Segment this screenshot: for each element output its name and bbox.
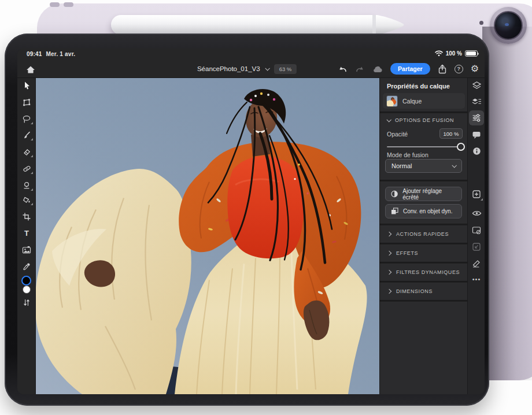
add-layer-icon[interactable] xyxy=(468,187,485,201)
section-dimensions[interactable]: DIMENSIONS xyxy=(380,283,468,300)
settings-gear-icon[interactable]: ⚙ xyxy=(471,64,479,73)
layer-thumbnail xyxy=(386,95,398,107)
chevron-down-icon xyxy=(265,66,269,71)
home-icon xyxy=(26,65,35,74)
visibility-eye-icon[interactable] xyxy=(468,206,485,220)
divider xyxy=(380,112,468,113)
volume-button xyxy=(50,2,60,7)
section-effets[interactable]: EFFETS xyxy=(380,244,468,262)
home-button[interactable] xyxy=(24,64,37,75)
brush-tool[interactable] xyxy=(17,129,36,142)
clone-stamp-tool[interactable] xyxy=(17,179,36,192)
opacity-label: Opacité xyxy=(387,131,408,138)
layers-icon[interactable] xyxy=(468,79,485,92)
divider xyxy=(380,180,468,181)
marketing-scene: 09:41Mer. 1 avr. 100 % xyxy=(0,0,532,415)
undo-icon[interactable] xyxy=(338,65,348,73)
place-photo-tool[interactable] xyxy=(17,243,36,256)
photoshop-app: 09:41Mer. 1 avr. 100 % xyxy=(17,49,485,394)
blend-options-header[interactable]: OPTIONS DE FUSION xyxy=(387,117,454,123)
layer-properties-icon[interactable] xyxy=(468,95,485,109)
wifi-icon xyxy=(435,50,443,57)
clock: 09:41 xyxy=(27,51,42,57)
adjustment-icon xyxy=(391,190,398,198)
eyedropper-tool[interactable] xyxy=(17,260,36,273)
canvas-photo[interactable] xyxy=(36,78,379,394)
background-color-swatch[interactable] xyxy=(23,286,31,294)
crop-tool[interactable] xyxy=(17,210,36,223)
comment-icon[interactable] xyxy=(468,128,485,142)
panel-switch-rail: ••• xyxy=(467,78,485,394)
opacity-value[interactable]: 100 % xyxy=(439,128,463,139)
place-embed-icon[interactable] xyxy=(468,240,485,254)
layer-properties-panel: Propriétés du calque Calque OPTIONS DE F… xyxy=(379,78,467,394)
lens-glint xyxy=(505,23,509,26)
blend-mode-dropdown[interactable]: Normal xyxy=(385,159,462,173)
healing-brush-tool[interactable] xyxy=(17,162,36,175)
chevron-right-icon xyxy=(387,270,391,275)
transform-tool[interactable] xyxy=(17,96,36,109)
chevron-down-icon xyxy=(386,117,391,122)
layer-row[interactable]: Calque xyxy=(383,93,465,109)
convert-smart-object-button[interactable]: Conv. en objet dyn. xyxy=(385,204,462,218)
move-tool[interactable] xyxy=(17,79,36,92)
divider xyxy=(380,300,468,302)
foreground-color-swatch[interactable] xyxy=(21,276,31,286)
battery-percent: 100 % xyxy=(446,50,462,57)
eraser-tool[interactable] xyxy=(17,146,36,158)
date: Mer. 1 avr. xyxy=(46,51,76,57)
pencil-tip xyxy=(372,15,407,35)
chevron-right-icon xyxy=(387,232,391,236)
volume-button xyxy=(64,2,73,7)
mic-dot xyxy=(479,21,483,25)
pencil-body xyxy=(111,15,375,35)
zoom-level-badge[interactable]: 63 % xyxy=(274,64,297,74)
tools-rail: T xyxy=(17,78,36,394)
type-tool[interactable]: T xyxy=(17,227,36,239)
front-ipad: 09:41Mer. 1 avr. 100 % xyxy=(5,34,489,406)
swap-colors[interactable] xyxy=(17,296,36,309)
info-icon[interactable] xyxy=(468,144,485,158)
properties-sliders-icon[interactable] xyxy=(468,111,485,125)
slider-track xyxy=(387,146,460,147)
battery-icon xyxy=(465,50,478,57)
apple-pencil xyxy=(111,15,407,35)
export-icon[interactable] xyxy=(438,64,447,74)
more-options-icon[interactable]: ••• xyxy=(468,272,485,286)
lasso-select-tool[interactable] xyxy=(17,113,36,125)
slider-knob[interactable] xyxy=(457,143,465,151)
share-button[interactable]: Partager xyxy=(390,63,430,75)
fill-tool[interactable] xyxy=(17,194,36,206)
shadow-overlay xyxy=(482,27,532,380)
ios-status-bar: 09:41Mer. 1 avr. 100 % xyxy=(17,49,485,60)
section-actions-rapides[interactable]: ACTIONS RAPIDES xyxy=(380,225,468,243)
redo-icon[interactable] xyxy=(355,65,365,73)
panel-title: Propriétés du calque xyxy=(387,83,450,90)
smart-object-icon xyxy=(391,208,398,215)
add-clipped-adjustment-button[interactable]: Ajouter réglage écrêté xyxy=(385,187,462,201)
cloud-sync-icon[interactable] xyxy=(372,65,383,73)
chevron-down-icon xyxy=(452,163,456,168)
chevron-right-icon xyxy=(387,289,391,294)
document-title[interactable]: SéancePhoto_01_V3 xyxy=(197,65,260,72)
flatten-icon[interactable] xyxy=(468,257,485,271)
opacity-slider[interactable] xyxy=(387,143,456,151)
section-filtres-dynamiques[interactable]: FILTRES DYNAMIQUES xyxy=(380,264,468,281)
layer-name: Calque xyxy=(402,98,422,105)
layer-mask-icon[interactable] xyxy=(468,223,485,237)
chevron-right-icon xyxy=(387,251,391,255)
app-header: SéancePhoto_01_V3 63 % xyxy=(17,60,485,78)
blend-mode-label: Mode de fusion xyxy=(387,151,428,158)
help-icon[interactable]: ? xyxy=(455,65,463,73)
